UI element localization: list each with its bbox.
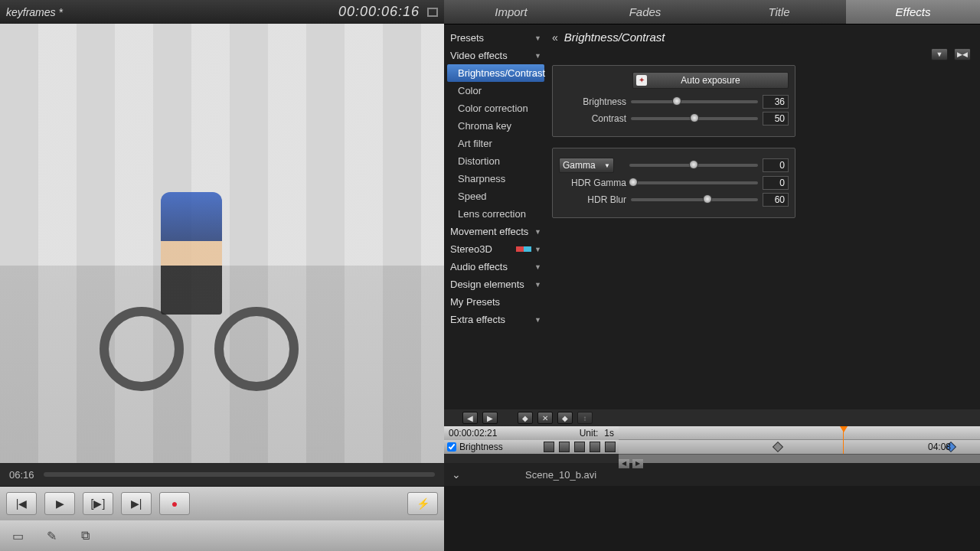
brightness-label: Brightness bbox=[559, 96, 626, 107]
scroll-left-icon[interactable]: ◀ bbox=[619, 459, 629, 468]
gamma-hdr-group: Gamma▼ 0 HDR Gamma 0 HDR Blur 60 bbox=[552, 148, 795, 218]
project-title: keyframes * bbox=[6, 6, 338, 18]
compare-ab-button[interactable]: ▶◀ bbox=[954, 48, 971, 60]
contrast-value[interactable]: 50 bbox=[763, 112, 789, 126]
gamma-slider[interactable] bbox=[629, 164, 758, 167]
hdr-blur-value[interactable]: 60 bbox=[763, 193, 789, 207]
gamma-channel-select[interactable]: Gamma▼ bbox=[559, 158, 614, 173]
tree-sharpness[interactable]: Sharpness bbox=[444, 170, 547, 187]
tree-stereo3d[interactable]: Stereo3D ▼ bbox=[444, 240, 547, 258]
hdr-gamma-value[interactable]: 0 bbox=[763, 176, 789, 190]
kf-delete-button[interactable]: ✕ bbox=[537, 412, 553, 424]
transport-lightning-button[interactable]: ⚡ bbox=[407, 492, 438, 515]
kf-track-expand-button[interactable] bbox=[605, 442, 616, 452]
kf-prev-button[interactable]: ◀ bbox=[462, 412, 478, 424]
tree-chroma-key[interactable]: Chroma key bbox=[444, 117, 547, 135]
kf-track-enable-checkbox[interactable] bbox=[447, 442, 456, 452]
keyframe-toolbar: ◀ ▶ ◆ ✕ ◆ ↕ bbox=[444, 409, 980, 426]
tree-color-correction[interactable]: Color correction bbox=[444, 99, 547, 117]
kf-add-button[interactable]: ◆ bbox=[518, 412, 533, 424]
tree-design[interactable]: Design elements▼ bbox=[444, 276, 547, 293]
preview-content-placeholder bbox=[92, 177, 322, 406]
kf-move-button[interactable]: ↕ bbox=[577, 412, 593, 424]
tree-presets[interactable]: Presets▼ bbox=[444, 29, 547, 47]
bottom-toolbar: ▭ ✎ ⧉ bbox=[0, 520, 444, 551]
tree-art-filter[interactable]: Art filter bbox=[444, 135, 547, 152]
kf-track-visibility-button[interactable] bbox=[590, 442, 600, 452]
transport-range-play-button[interactable]: [▶] bbox=[83, 492, 113, 515]
effects-tree: Presets▼ Video effects▼ Brightness/Contr… bbox=[444, 24, 547, 409]
scroll-right-icon[interactable]: ▶ bbox=[632, 459, 643, 468]
tool-timeline-icon[interactable]: ▭ bbox=[6, 526, 29, 546]
tree-brightness-contrast[interactable]: Brightness/Contrast bbox=[447, 64, 544, 82]
tree-lens-correction[interactable]: Lens correction bbox=[444, 205, 547, 223]
hdr-blur-label: HDR Blur bbox=[559, 194, 626, 205]
tree-movement[interactable]: Movement effects▼ bbox=[444, 223, 547, 240]
keyframe-track-header: Brightness bbox=[444, 440, 619, 454]
right-pane: Import Fades Title Effects Presets▼ Vide… bbox=[444, 0, 980, 486]
params-back-icon[interactable]: « bbox=[552, 31, 558, 44]
kf-next-button[interactable]: ▶ bbox=[482, 412, 498, 424]
contrast-slider[interactable] bbox=[631, 117, 758, 120]
tree-extra[interactable]: Extra effects▼ bbox=[444, 311, 547, 328]
keyframe-end-timecode: 04:08 bbox=[928, 442, 951, 452]
auto-exposure-badge-icon: ✦ bbox=[636, 75, 647, 86]
keyframe-timecode-row: 00:00:02:21 Unit:1s bbox=[444, 426, 619, 440]
tree-color[interactable]: Color bbox=[444, 82, 547, 99]
keyframe-unit-value[interactable]: 1s bbox=[604, 428, 614, 439]
gamma-value[interactable]: 0 bbox=[763, 158, 789, 172]
preview-timecode: 00:00:06:16 bbox=[338, 4, 420, 20]
tree-audio[interactable]: Audio effects▼ bbox=[444, 258, 547, 276]
kf-track-mode-b-button[interactable] bbox=[574, 442, 585, 452]
contrast-label: Contrast bbox=[559, 113, 626, 124]
keyframe-hscroll[interactable]: ◀ ▶ bbox=[619, 454, 980, 463]
preview-footer-time: 06:16 bbox=[9, 469, 34, 481]
transport-play-button[interactable]: ▶ bbox=[44, 492, 75, 515]
clip-info-bar: ⌄ Scene_10_b.avi bbox=[444, 463, 980, 486]
kf-track-mode-a-button[interactable] bbox=[559, 442, 570, 452]
transport-end-button[interactable]: ▶| bbox=[121, 492, 152, 515]
tab-effects[interactable]: Effects bbox=[846, 0, 980, 24]
params-title: Brightness/Contrast bbox=[564, 31, 665, 44]
bottom-filler bbox=[444, 520, 980, 551]
popout-icon[interactable] bbox=[427, 8, 438, 17]
clip-filename: Scene_10_b.avi bbox=[525, 469, 596, 481]
keyframe-timecode[interactable]: 00:00:02:21 bbox=[449, 428, 497, 439]
brightness-slider[interactable] bbox=[631, 100, 758, 103]
keyframe-timeline[interactable]: 04:08 ◀ ▶ bbox=[619, 426, 980, 463]
top-tabs: Import Fades Title Effects bbox=[444, 0, 980, 24]
tree-mypresets[interactable]: My Presets bbox=[444, 293, 547, 311]
tree-video-effects[interactable]: Video effects▼ bbox=[444, 47, 547, 64]
stereo3d-icon bbox=[516, 246, 531, 252]
tab-fades[interactable]: Fades bbox=[578, 0, 712, 24]
keyframe-panel: ◀ ▶ ◆ ✕ ◆ ↕ 00:00:02:21 Unit:1s bbox=[444, 409, 980, 463]
auto-exposure-button[interactable]: ✦ Auto exposure bbox=[632, 72, 789, 89]
kf-track-menu-button[interactable] bbox=[544, 442, 554, 452]
preview-pane: keyframes * 00:00:06:16 06:16 bbox=[0, 0, 444, 486]
preset-dropdown-button[interactable]: ▼ bbox=[931, 48, 948, 60]
preview-header: keyframes * 00:00:06:16 bbox=[0, 0, 444, 24]
tree-speed[interactable]: Speed bbox=[444, 187, 547, 205]
tool-snapshot-icon[interactable]: ⧉ bbox=[74, 526, 96, 546]
preview-viewport[interactable] bbox=[0, 24, 444, 463]
effect-params-panel: « Brightness/Contrast ▼ ▶◀ ✦ Auto exposu… bbox=[547, 24, 980, 409]
tree-distortion[interactable]: Distortion bbox=[444, 152, 547, 170]
keyframe-track-lane[interactable] bbox=[619, 440, 980, 454]
hdr-gamma-slider[interactable] bbox=[631, 181, 758, 184]
hdr-blur-slider[interactable] bbox=[631, 198, 758, 201]
tab-import[interactable]: Import bbox=[444, 0, 578, 24]
clip-expand-icon[interactable]: ⌄ bbox=[452, 468, 461, 481]
kf-add-all-button[interactable]: ◆ bbox=[557, 412, 573, 424]
tab-title[interactable]: Title bbox=[712, 0, 846, 24]
transport-prev-button[interactable]: |◀ bbox=[6, 492, 37, 515]
preview-scrub-bar[interactable] bbox=[44, 472, 435, 477]
preview-footer: 06:16 bbox=[0, 463, 444, 486]
transport-record-button[interactable]: ● bbox=[159, 492, 190, 515]
kf-track-name: Brightness bbox=[459, 442, 503, 452]
brightness-contrast-group: ✦ Auto exposure Brightness 36 Contrast 5… bbox=[552, 65, 795, 137]
tool-cut-icon[interactable]: ✎ bbox=[40, 526, 63, 546]
transport-bar: |◀ ▶ [▶] ▶| ● ⚡ bbox=[0, 487, 444, 520]
keyframe-ruler[interactable] bbox=[619, 426, 980, 440]
brightness-value[interactable]: 36 bbox=[763, 95, 789, 109]
hdr-gamma-label: HDR Gamma bbox=[559, 178, 626, 188]
